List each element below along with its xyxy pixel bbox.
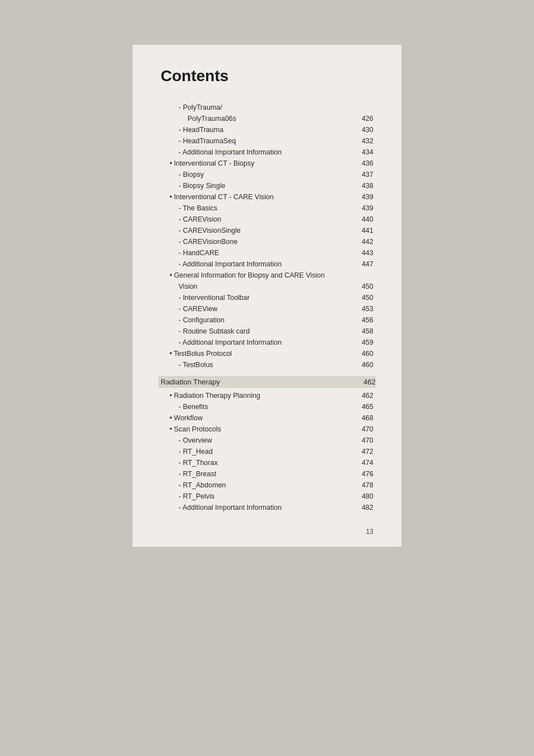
toc-label-wrap: • General Information for Biopsy and CAR… xyxy=(161,270,357,281)
toc-label: - RT_Breast xyxy=(161,470,216,478)
toc-label: - Biopsy Single xyxy=(161,182,225,190)
toc-item: - HeadTraumaSeq432 xyxy=(161,135,373,147)
toc-item: - RT_Breast476 xyxy=(161,468,373,480)
toc-label-wrap: • Workflow xyxy=(161,412,357,424)
toc-page: 460 xyxy=(357,359,373,370)
toc-label-wrap: - RT_Breast xyxy=(161,468,357,480)
toc-page: 434 xyxy=(357,147,373,158)
toc-item: - Overview470 xyxy=(161,435,373,446)
toc-item: - HandCARE443 xyxy=(161,247,373,259)
toc-label-wrap: - RT_Abdomen xyxy=(161,480,357,491)
toc-page: 470 xyxy=(357,424,373,435)
toc-label: - Overview xyxy=(161,436,212,444)
toc-label: - RT_Head xyxy=(161,448,213,456)
toc-page: 482 xyxy=(357,502,373,513)
toc-item: - CAREVisionSingle441 xyxy=(161,225,373,236)
toc-label: - Additional Important Information xyxy=(161,148,282,156)
section-header-label: Radiation Therapy xyxy=(161,378,220,386)
toc-label: - RT_Pelvis xyxy=(161,492,214,500)
toc-label: • Interventional CT - CARE Vision xyxy=(161,193,274,201)
toc-item: • Scan Protocols470 xyxy=(161,424,373,435)
toc-label: - HeadTraumaSeq xyxy=(161,137,236,145)
toc-page: 439 xyxy=(357,191,373,203)
toc-item: - HeadTrauma430 xyxy=(161,124,373,135)
toc-page: 442 xyxy=(357,236,373,247)
toc-item: - PolyTrauma/ xyxy=(161,102,373,113)
toc-page: 440 xyxy=(357,214,373,225)
toc-label-wrap: • Radiation Therapy Planning xyxy=(161,390,357,401)
toc-item: - Additional Important Information459 xyxy=(161,337,373,348)
toc-label: - Additional Important Information xyxy=(161,504,282,511)
toc-page: 450 xyxy=(357,292,373,303)
toc-label-wrap: - CAREView xyxy=(161,303,357,314)
toc-label: - Configuration xyxy=(161,316,224,324)
toc-item: • Radiation Therapy Planning462 xyxy=(161,390,373,401)
toc-item: • Interventional CT - CARE Vision439 xyxy=(161,191,373,203)
toc-label-wrap: - Biopsy xyxy=(161,169,357,180)
toc-page: 450 xyxy=(357,281,373,292)
toc-page: 453 xyxy=(357,303,373,314)
toc-label-wrap: - PolyTrauma/ xyxy=(161,102,357,113)
toc-label-wrap: • Interventional CT - CARE Vision xyxy=(161,191,357,203)
toc-item: - The Basics439 xyxy=(161,203,373,214)
toc-label: - CAREView xyxy=(161,305,217,313)
toc-label: - Interventional Toolbar xyxy=(161,294,250,302)
toc-item: - Additional Important Information482 xyxy=(161,502,373,513)
toc-item: - CAREView453 xyxy=(161,303,373,314)
toc-label: - TestBolus xyxy=(161,361,213,369)
toc-page: 476 xyxy=(357,468,373,480)
toc-label: • Scan Protocols xyxy=(161,425,221,433)
toc-page: 470 xyxy=(357,435,373,446)
toc-label-wrap: - RT_Head xyxy=(161,446,357,457)
toc-label: - Benefits xyxy=(161,403,208,411)
toc-root: - PolyTrauma/PolyTrauma06s426- HeadTraum… xyxy=(161,102,373,513)
toc-item: - RT_Thorax474 xyxy=(161,457,373,468)
toc-label: - PolyTrauma/ xyxy=(161,104,222,111)
toc-page: 480 xyxy=(357,491,373,502)
toc-page: 462 xyxy=(357,390,373,401)
toc-page: 430 xyxy=(357,124,373,135)
page-container: Contents - PolyTrauma/PolyTrauma06s426- … xyxy=(0,0,534,756)
toc-item: - RT_Pelvis480 xyxy=(161,491,373,502)
toc-label: - RT_Thorax xyxy=(161,459,218,467)
toc-item: • TestBolus Protocol460 xyxy=(161,348,373,359)
toc-label-wrap: - Additional Important Information xyxy=(161,147,357,158)
toc-label-wrap: - Overview xyxy=(161,435,357,446)
toc-label-wrap: - CAREVisionSingle xyxy=(161,225,357,236)
toc-page: 438 xyxy=(357,180,373,191)
toc-page: 458 xyxy=(357,326,373,337)
toc-label-wrap: - Routine Subtask card xyxy=(161,326,357,337)
toc-page: 439 xyxy=(357,203,373,214)
toc-item: • General Information for Biopsy and CAR… xyxy=(161,270,373,281)
toc-label: • TestBolus Protocol xyxy=(161,350,232,358)
toc-page: 459 xyxy=(357,337,373,348)
toc-page: 437 xyxy=(357,169,373,180)
toc-page: 443 xyxy=(357,247,373,259)
toc-item: - Additional Important Information434 xyxy=(161,147,373,158)
toc-label: • Interventional CT - Biopsy xyxy=(161,159,254,167)
toc-label: - The Basics xyxy=(161,204,217,212)
toc-label-wrap: - Additional Important Information xyxy=(161,337,357,348)
toc-item: - Biopsy Single438 xyxy=(161,180,373,191)
toc-label-wrap: - HandCARE xyxy=(161,247,357,259)
toc-item: - TestBolus460 xyxy=(161,359,373,370)
toc-item: - RT_Abdomen478 xyxy=(161,480,373,491)
toc-label-wrap: • Scan Protocols xyxy=(161,424,357,435)
toc-label: - Routine Subtask card xyxy=(161,327,250,335)
toc-item: - Biopsy437 xyxy=(161,169,373,180)
toc-item: - RT_Head472 xyxy=(161,446,373,457)
toc-label: - CAREVisionBone xyxy=(161,238,237,246)
toc-page: 426 xyxy=(357,113,373,124)
toc-label-wrap: - RT_Pelvis xyxy=(161,491,357,502)
toc-item: - CAREVisionBone442 xyxy=(161,236,373,247)
toc-label: - CAREVisionSingle xyxy=(161,227,241,234)
toc-label-wrap: - The Basics xyxy=(161,203,357,214)
toc-page: 432 xyxy=(357,135,373,147)
toc-item: - Interventional Toolbar450 xyxy=(161,292,373,303)
toc-label-wrap: - Additional Important Information xyxy=(161,502,357,513)
toc-page: 478 xyxy=(357,480,373,491)
toc-page: 460 xyxy=(357,348,373,359)
section-header-page: 462 xyxy=(359,378,376,386)
toc-page: 474 xyxy=(357,457,373,468)
toc-label-wrap: • TestBolus Protocol xyxy=(161,348,357,359)
